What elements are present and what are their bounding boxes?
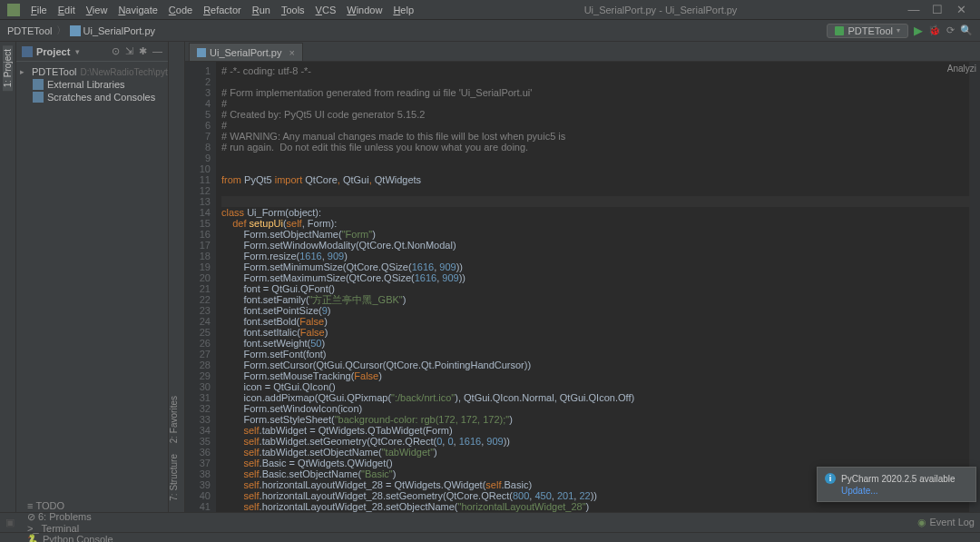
breadcrumb-project[interactable]: PDTETool <box>7 25 53 36</box>
info-icon: i <box>825 473 836 484</box>
tool-tab-structure[interactable]: 7: Structure <box>169 448 184 507</box>
app-icon <box>7 4 20 16</box>
line-gutter: 1234567891011121314151617181920212223242… <box>185 62 216 512</box>
select-opened-file-icon[interactable]: ⊙ <box>112 45 120 57</box>
bottom-tab-terminal[interactable]: >_Terminal <box>27 523 113 534</box>
menu-vcs[interactable]: VCS <box>310 5 342 15</box>
run-config-selector[interactable]: PDTETool ▾ <box>827 24 908 38</box>
window-title: Ui_SerialPort.py - Ui_SerialPort.py <box>419 5 902 15</box>
editor-tabs: Ui_SerialPort.py × <box>185 42 980 62</box>
menu-navigate[interactable]: Navigate <box>113 5 162 15</box>
python-file-icon <box>70 25 81 36</box>
code-content[interactable]: # -*- coding: utf-8 -*-# Form implementa… <box>216 62 969 512</box>
notification-title: PyCharm 2020.2.5 available <box>841 474 956 484</box>
maximize-button[interactable]: ☐ <box>926 3 949 16</box>
menu-window[interactable]: Window <box>341 5 387 15</box>
hide-panel-icon[interactable]: — <box>152 45 162 57</box>
menu-help[interactable]: Help <box>387 5 419 15</box>
run-config-label: PDTETool <box>848 25 893 36</box>
project-icon <box>22 46 33 57</box>
project-panel-header: Project ▾ ⊙ ⇲ ✱ — <box>16 42 168 62</box>
search-everywhere-button[interactable]: 🔍 <box>960 25 973 36</box>
error-stripe[interactable]: Analyzi <box>969 62 980 512</box>
menu-view[interactable]: View <box>81 5 113 15</box>
project-tree[interactable]: ▸PDTETool D:\NewRadioTech\python_0107Ext… <box>16 62 168 107</box>
close-button[interactable]: ✕ <box>949 3 973 16</box>
close-tab-icon[interactable]: × <box>289 47 294 58</box>
bottom-tab-problems[interactable]: ⊘6: Problems <box>27 511 113 523</box>
event-log-icon: ◉ <box>917 517 926 527</box>
tree-item[interactable]: External Libraries <box>16 78 168 91</box>
tree-item[interactable]: ▸PDTETool D:\NewRadioTech\python_0107 <box>16 65 168 78</box>
stop-button[interactable]: ⟳ <box>946 25 955 36</box>
breadcrumb-file[interactable]: Ui_SerialPort.py <box>83 25 155 36</box>
menu-code[interactable]: Code <box>163 5 198 15</box>
main-area: 1: Project Project ▾ ⊙ ⇲ ✱ — ▸PDTETool D… <box>0 42 980 512</box>
left-tool-strip: 1: Project <box>0 42 16 512</box>
editor-tab-label: Ui_SerialPort.py <box>210 47 281 58</box>
menu-file[interactable]: File <box>25 5 53 15</box>
code-editor[interactable]: 1234567891011121314151617181920212223242… <box>185 62 980 512</box>
chevron-down-icon: ▾ <box>897 26 900 34</box>
menu-run[interactable]: Run <box>247 5 276 15</box>
menu-refactor[interactable]: Refactor <box>198 5 247 15</box>
event-log-button[interactable]: ◉ Event Log <box>917 517 975 528</box>
bottom-tab-pythonconsole[interactable]: 🐍Python Console <box>27 534 113 543</box>
tool-tab-project[interactable]: 1: Project <box>3 45 13 91</box>
inspection-hint: Analyzi <box>947 64 976 74</box>
chevron-right-icon: 〉 <box>56 24 66 37</box>
navigation-bar: PDTETool 〉 Ui_SerialPort.py PDTETool ▾ ▶… <box>0 20 980 42</box>
status-bar <box>0 532 980 542</box>
left-tool-strip-bottom: 2: Favorites 7: Structure <box>169 42 185 512</box>
expand-all-icon[interactable]: ⇲ <box>125 45 133 57</box>
python-file-icon <box>197 48 206 57</box>
run-config-icon <box>835 26 844 35</box>
scratch-icon <box>33 92 44 103</box>
bottom-tab-todo[interactable]: ≡TODO <box>27 500 113 511</box>
lib-icon <box>33 79 44 90</box>
menu-tools[interactable]: Tools <box>276 5 310 15</box>
tool-tab-favorites[interactable]: 2: Favorites <box>169 390 184 448</box>
chevron-down-icon[interactable]: ▾ <box>75 47 80 56</box>
menu-edit[interactable]: Edit <box>53 5 81 15</box>
run-button[interactable]: ▶ <box>914 24 923 37</box>
project-tool-window: Project ▾ ⊙ ⇲ ✱ — ▸PDTETool D:\NewRadioT… <box>16 42 169 512</box>
bottom-tool-strip: ▣ ≡TODO⊘6: Problems>_Terminal🐍Python Con… <box>0 512 980 532</box>
tree-item[interactable]: Scratches and Consoles <box>16 91 168 103</box>
minimize-button[interactable]: — <box>902 3 926 16</box>
project-panel-title[interactable]: Project <box>36 46 70 57</box>
editor-tab-active[interactable]: Ui_SerialPort.py × <box>189 43 303 61</box>
update-notification[interactable]: i PyCharm 2020.2.5 available Update... <box>817 467 976 502</box>
gear-icon[interactable]: ✱ <box>139 45 147 57</box>
editor-area: Ui_SerialPort.py × 123456789101112131415… <box>185 42 980 512</box>
title-bar: FileEditViewNavigateCodeRefactorRunTools… <box>0 0 980 20</box>
debug-button[interactable]: 🐞 <box>928 25 941 36</box>
notification-update-link[interactable]: Update... <box>841 486 968 496</box>
